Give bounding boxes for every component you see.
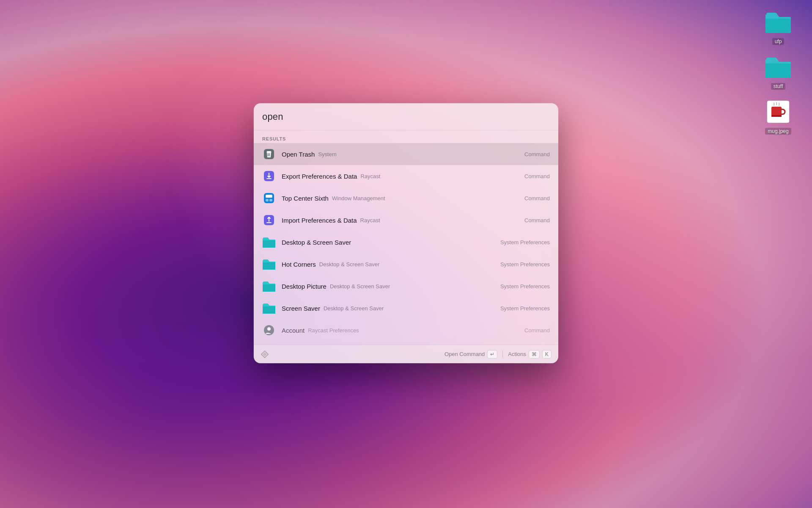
stuff-label: stuff xyxy=(771,83,785,90)
result-content-screen-saver: Screen Saver Desktop & Screen Saver xyxy=(282,304,500,312)
folder-teal-1-icon xyxy=(262,235,276,249)
svg-rect-11 xyxy=(266,195,272,198)
result-shortcut-hot-corners: System Preferences xyxy=(500,261,550,267)
results-label: Results xyxy=(254,134,558,143)
import-prefs-icon xyxy=(262,213,276,227)
result-shortcut-desktop-ss: System Preferences xyxy=(500,239,550,245)
result-content-export: Export Preferences & Data Raycast xyxy=(282,172,524,179)
result-shortcut-export: Command xyxy=(524,173,550,179)
result-content-top-center: Top Center Sixth Window Management xyxy=(282,194,524,202)
desktop-icons-container: ufp stuff xyxy=(761,8,795,135)
result-title-import: Import Preferences & Data xyxy=(282,216,357,224)
result-content-account: Account Raycast Preferences xyxy=(282,326,524,334)
svg-rect-7 xyxy=(269,153,270,156)
footer-open-command[interactable]: Open Command ↵ xyxy=(444,350,497,358)
result-shortcut-desktop-picture: System Preferences xyxy=(500,283,550,289)
footer-left xyxy=(261,350,439,358)
result-subtitle-hot-corners: Desktop & Screen Saver xyxy=(319,261,379,267)
results-section: Results Open Trash System xyxy=(254,130,558,345)
svg-rect-2 xyxy=(771,115,782,117)
result-item-desktop-picture[interactable]: Desktop Picture Desktop & Screen Saver S… xyxy=(254,275,558,297)
result-shortcut-import: Command xyxy=(524,217,550,223)
svg-rect-5 xyxy=(266,152,272,152)
account-icon xyxy=(262,323,276,337)
result-title-desktop-ss: Desktop & Screen Saver xyxy=(282,238,351,246)
result-title-hot-corners: Hot Corners xyxy=(282,260,316,268)
desktop-icon-stuff[interactable]: stuff xyxy=(761,53,795,90)
result-shortcut-top-center: Command xyxy=(524,195,550,201)
folder-teal-4-icon xyxy=(262,301,276,315)
open-command-label: Open Command xyxy=(444,351,485,357)
export-prefs-icon xyxy=(262,169,276,183)
result-item-top-center[interactable]: Top Center Sixth Window Management Comma… xyxy=(254,187,558,209)
desktop: ufp stuff xyxy=(0,0,812,508)
result-subtitle-open-trash: System xyxy=(318,151,336,157)
folder-teal-3-icon xyxy=(262,279,276,293)
footer-actions[interactable]: Actions ⌘ K xyxy=(508,350,551,358)
result-subtitle-account: Raycast Preferences xyxy=(308,327,359,333)
enter-key: ↵ xyxy=(487,350,497,358)
svg-rect-6 xyxy=(268,153,269,156)
svg-rect-13 xyxy=(269,199,272,202)
mug-image-icon xyxy=(765,98,792,125)
result-content-desktop-ss: Desktop & Screen Saver xyxy=(282,238,500,246)
svg-point-17 xyxy=(267,327,271,331)
footer-divider xyxy=(502,351,503,357)
result-shortcut-account: Command xyxy=(524,327,550,333)
desktop-icon-mug[interactable]: mug.jpeg xyxy=(761,98,795,135)
ufp-label: ufp xyxy=(772,38,785,45)
result-item-account[interactable]: Account Raycast Preferences Command xyxy=(254,319,558,341)
result-subtitle-screen-saver: Desktop & Screen Saver xyxy=(324,305,384,311)
result-shortcut-screen-saver: System Preferences xyxy=(500,305,550,311)
raycast-modal: open Results Open Trash xyxy=(254,103,558,363)
footer-bar: Open Command ↵ Actions ⌘ K xyxy=(254,345,558,363)
stuff-folder-icon xyxy=(765,53,792,80)
svg-rect-9 xyxy=(266,178,272,179)
result-item-export-prefs[interactable]: Export Preferences & Data Raycast Comman… xyxy=(254,165,558,187)
cmd-key: ⌘ xyxy=(529,350,540,358)
result-item-desktop-screensaver[interactable]: Desktop & Screen Saver System Preference… xyxy=(254,231,558,253)
result-content-import: Import Preferences & Data Raycast xyxy=(282,216,524,224)
result-title-top-center: Top Center Sixth xyxy=(282,194,329,202)
result-subtitle-export: Raycast xyxy=(360,173,380,179)
result-item-screen-saver[interactable]: Screen Saver Desktop & Screen Saver Syst… xyxy=(254,297,558,319)
result-content-hot-corners: Hot Corners Desktop & Screen Saver xyxy=(282,260,500,268)
folder-teal-2-icon xyxy=(262,257,276,271)
result-title-open-trash: Open Trash xyxy=(282,150,315,157)
mug-label: mug.jpeg xyxy=(765,128,791,135)
svg-rect-1 xyxy=(771,107,782,116)
result-title-export: Export Preferences & Data xyxy=(282,172,357,179)
svg-rect-15 xyxy=(266,222,272,223)
svg-rect-10 xyxy=(264,193,274,203)
result-content-desktop-picture: Desktop Picture Desktop & Screen Saver xyxy=(282,282,500,290)
desktop-icon-ufp[interactable]: ufp xyxy=(761,8,795,45)
result-title-desktop-picture: Desktop Picture xyxy=(282,282,326,290)
ufp-folder-icon xyxy=(765,8,792,36)
k-key: K xyxy=(542,350,551,358)
search-input[interactable]: open xyxy=(262,111,550,122)
result-subtitle-top-center: Window Management xyxy=(332,195,385,201)
result-item-import-prefs[interactable]: Import Preferences & Data Raycast Comman… xyxy=(254,209,558,231)
result-item-open-trash[interactable]: Open Trash System Command xyxy=(254,143,558,165)
actions-label: Actions xyxy=(508,351,526,357)
result-item-hot-corners[interactable]: Hot Corners Desktop & Screen Saver Syste… xyxy=(254,253,558,275)
result-shortcut-open-trash: Command xyxy=(524,151,550,157)
result-title-account: Account xyxy=(282,326,304,334)
result-subtitle-import: Raycast xyxy=(360,217,380,223)
result-title-screen-saver: Screen Saver xyxy=(282,304,320,312)
window-mgmt-icon xyxy=(262,191,276,205)
result-content-open-trash: Open Trash System xyxy=(282,150,524,157)
svg-rect-12 xyxy=(266,199,269,202)
raycast-logo-icon xyxy=(261,350,269,358)
trash-icon xyxy=(262,147,276,161)
svg-rect-4 xyxy=(267,151,271,152)
search-bar: open xyxy=(254,103,558,130)
result-subtitle-desktop-picture: Desktop & Screen Saver xyxy=(330,283,390,289)
